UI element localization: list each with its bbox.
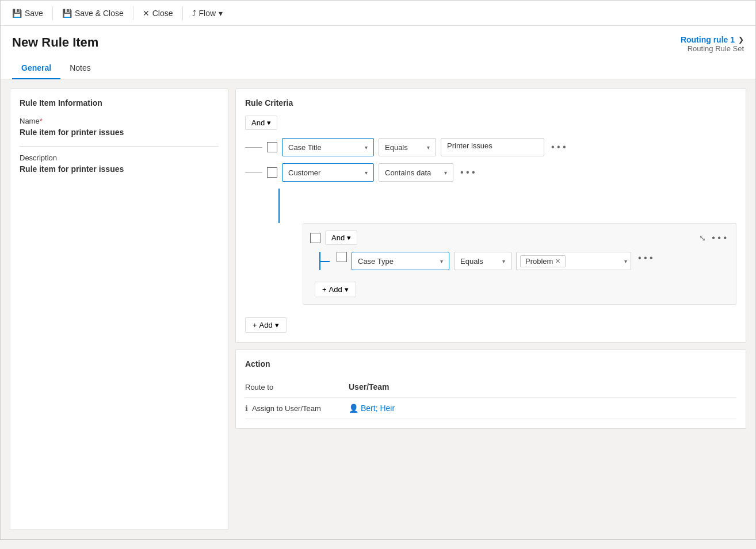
close-button[interactable]: ✕ Close xyxy=(138,6,178,21)
left-panel: Rule Item Information Name* Rule item fo… xyxy=(10,89,228,530)
breadcrumb-area: Routing rule 1 ❯ Routing Rule Set xyxy=(681,35,744,53)
toolbar: 💾 Save 💾 Save & Close ✕ Close ⤴ Flow ▾ xyxy=(1,1,755,26)
operator-1[interactable]: Equals ▾ xyxy=(379,138,436,156)
user-icon: 👤 xyxy=(349,404,358,413)
save-close-icon: 💾 xyxy=(62,9,72,18)
flow-icon: ⤴ xyxy=(192,9,196,18)
page-header: New Rule Item Routing rule 1 ❯ Routing R… xyxy=(1,26,755,57)
connector-line-1 xyxy=(245,147,262,148)
action-card: Action Route to User/Team ℹ Assign to Us… xyxy=(235,350,746,429)
nested-add-chevron: ▾ xyxy=(345,285,349,294)
divider-3 xyxy=(182,6,183,20)
panel-title: Rule Item Information xyxy=(20,98,219,108)
save-label: Save xyxy=(25,9,43,18)
problem-chip: Problem ✕ xyxy=(520,255,566,267)
save-close-label: Save & Close xyxy=(75,9,124,18)
criteria-row-1: Case Title ▾ Equals ▾ Printer issues • •… xyxy=(245,138,736,156)
name-value: Rule item for printer issues xyxy=(20,128,219,137)
nested-add-button[interactable]: + Add ▾ xyxy=(315,282,356,297)
rule-criteria-card: Rule Criteria And ▾ Case Title ▾ xyxy=(235,89,746,343)
field-chevron-2: ▾ xyxy=(365,170,368,176)
description-label: Description xyxy=(20,153,219,162)
case-type-v-line-2 xyxy=(319,261,320,270)
routing-rule-link[interactable]: Routing rule 1 xyxy=(681,35,735,44)
operator-chevron-1: ▾ xyxy=(427,144,430,151)
name-label: Name* xyxy=(20,117,219,125)
operator-label-1: Equals xyxy=(385,143,408,152)
more-button-2[interactable]: • • • xyxy=(458,166,478,179)
case-type-v-line xyxy=(319,252,320,261)
route-to-label: Route to xyxy=(245,383,349,391)
case-type-label: Case Type xyxy=(358,257,394,266)
outer-add-button[interactable]: + Add ▾ xyxy=(245,317,287,333)
nested-and-button[interactable]: And ▾ xyxy=(325,231,357,245)
case-type-more-button[interactable]: • • • xyxy=(636,252,655,264)
name-divider xyxy=(20,146,219,147)
route-to-row: Route to User/Team xyxy=(245,377,736,398)
case-type-operator-label: Equals xyxy=(460,257,483,266)
field-dropdown-2[interactable]: Customer ▾ xyxy=(282,163,374,182)
content-area: Rule Item Information Name* Rule item fo… xyxy=(1,79,755,539)
divider-2 xyxy=(133,6,133,20)
case-type-operator-chevron: ▾ xyxy=(502,258,505,264)
operator-2[interactable]: Contains data ▾ xyxy=(379,163,453,182)
criteria-list: Case Title ▾ Equals ▾ Printer issues • •… xyxy=(245,138,736,305)
nested-group-header-left: And ▾ xyxy=(310,231,357,245)
nested-and-label: And xyxy=(331,233,345,242)
save-button[interactable]: 💾 Save xyxy=(7,6,48,21)
nested-checkbox[interactable] xyxy=(310,233,320,243)
tab-notes[interactable]: Notes xyxy=(60,57,100,79)
nested-group-container: And ▾ ⤡ • • • xyxy=(273,189,736,305)
nested-more-button[interactable]: • • • xyxy=(709,232,729,244)
outer-add-container: + Add ▾ xyxy=(245,313,736,333)
field-dropdown-1[interactable]: Case Title ▾ xyxy=(282,138,374,156)
flow-button[interactable]: ⤴ Flow ▾ xyxy=(188,6,228,21)
nested-group-header-right: ⤡ • • • xyxy=(699,232,729,244)
case-type-checkbox[interactable] xyxy=(337,252,347,262)
flow-label: Flow xyxy=(199,9,216,18)
operator-chevron-2: ▾ xyxy=(444,170,447,176)
field-chevron-1: ▾ xyxy=(365,144,368,151)
vertical-connector xyxy=(278,189,280,223)
page-title: New Rule Item xyxy=(12,35,98,50)
case-type-h-line xyxy=(320,261,330,262)
chevron-down-icon[interactable]: ❯ xyxy=(738,36,744,44)
value-input-1[interactable]: Printer issues xyxy=(441,138,544,156)
connector-line-2 xyxy=(245,172,262,173)
assign-label: ℹ Assign to User/Team xyxy=(245,404,349,413)
problem-chip-label: Problem xyxy=(525,257,553,266)
description-value: Rule item for printer issues xyxy=(20,164,219,174)
problem-chip-remove[interactable]: ✕ xyxy=(555,258,560,265)
rule-criteria-title: Rule Criteria xyxy=(245,98,736,108)
outer-add-plus-icon: + xyxy=(253,321,257,329)
action-title: Action xyxy=(245,359,736,368)
tab-general[interactable]: General xyxy=(12,57,60,79)
case-type-value[interactable]: Problem ✕ ▾ xyxy=(516,252,631,270)
outer-add-chevron: ▾ xyxy=(275,321,279,329)
case-type-dropdown[interactable]: Case Type ▾ xyxy=(352,252,449,270)
right-panel: Rule Criteria And ▾ Case Title ▾ xyxy=(235,89,746,530)
case-type-row: Case Type ▾ Equals ▾ Problem xyxy=(315,252,729,270)
outer-add-label: Add xyxy=(259,321,273,329)
case-type-operator[interactable]: Equals ▾ xyxy=(454,252,511,270)
nested-group: And ▾ ⤡ • • • xyxy=(303,223,736,305)
compress-button[interactable]: ⤡ xyxy=(699,233,706,243)
flow-chevron-icon: ▾ xyxy=(219,9,223,18)
more-button-1[interactable]: • • • xyxy=(549,141,568,153)
field-label-2: Customer xyxy=(288,168,320,177)
routing-rule-sub: Routing Rule Set xyxy=(681,44,744,53)
nested-and-chevron: ▾ xyxy=(347,233,351,242)
save-close-button[interactable]: 💾 Save & Close xyxy=(58,6,128,21)
checkbox-2[interactable] xyxy=(267,167,277,178)
assign-value-link[interactable]: Bert; Heir xyxy=(361,404,395,413)
nested-add-container: + Add ▾ xyxy=(315,277,729,297)
close-label: Close xyxy=(152,9,173,18)
tabs-bar: General Notes xyxy=(1,57,755,79)
route-to-value: User/Team xyxy=(349,382,390,391)
nested-add-label: Add xyxy=(329,285,342,294)
operator-label-2: Contains data xyxy=(385,168,431,177)
checkbox-1[interactable] xyxy=(267,142,277,152)
and-button[interactable]: And ▾ xyxy=(245,116,277,130)
criteria-row-2: Customer ▾ Contains data ▾ • • • xyxy=(245,163,736,182)
and-chevron-icon: ▾ xyxy=(267,118,271,127)
